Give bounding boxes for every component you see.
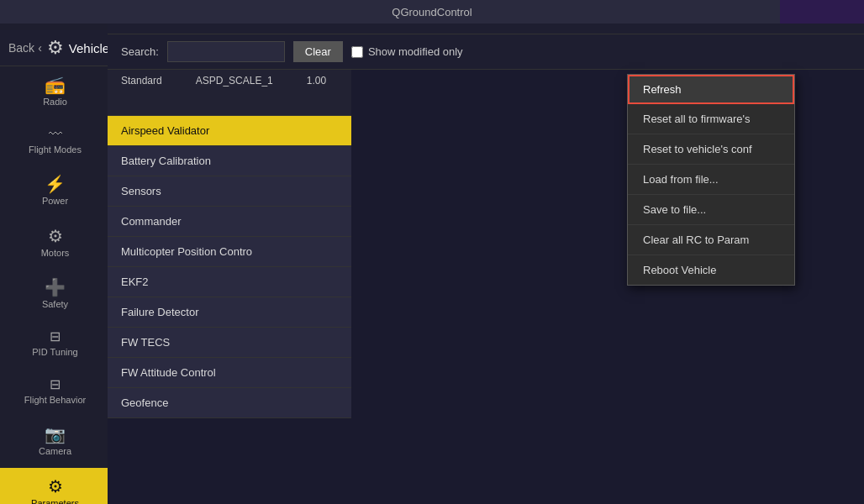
param-category-commander[interactable]: Commander xyxy=(108,207,351,237)
back-label: Back xyxy=(8,41,34,55)
col-standard: Standard xyxy=(121,75,162,110)
clear-button[interactable]: Clear xyxy=(293,41,343,62)
sidebar-item-camera[interactable]: 📷 Camera xyxy=(0,416,108,467)
sidebar-item-power[interactable]: ⚡ Power xyxy=(0,165,108,217)
sidebar-item-pid-tuning-label: PID Tuning xyxy=(32,347,77,358)
category-label: Commander xyxy=(121,215,182,228)
param-category-multicopter-position-control[interactable]: Multicopter Position Contro xyxy=(108,237,351,267)
power-icon: ⚡ xyxy=(45,176,66,192)
category-label: FW TECS xyxy=(121,336,170,349)
category-label: FW Attitude Control xyxy=(121,366,216,379)
param-list: Standard ASPD_SCALE_1 1.00 Scale of airs… xyxy=(108,70,351,504)
sidebar-item-safety[interactable]: ➕ Safety xyxy=(0,269,108,320)
category-label: Battery Calibration xyxy=(121,155,211,167)
back-button[interactable]: Back ‹ xyxy=(8,41,42,55)
sidebar-item-flight-behavior-label: Flight Behavior xyxy=(24,395,86,406)
param-category-fw-tecs[interactable]: FW TECS xyxy=(108,328,351,358)
param-category-sensors[interactable]: Sensors xyxy=(108,176,351,207)
sidebar-item-radio[interactable]: 📻 Radio xyxy=(0,66,108,118)
param-category-failure-detector[interactable]: Failure Detector xyxy=(108,297,351,328)
back-chevron: ‹ xyxy=(38,41,42,55)
context-menu-reboot[interactable]: Reboot Vehicle xyxy=(628,255,794,285)
param-category-geofence[interactable]: Geofence xyxy=(108,388,351,418)
parameters-icon: ⚙ xyxy=(48,478,63,495)
sidebar-item-parameters-label: Parameters xyxy=(31,498,79,505)
param-category-ekf2[interactable]: EKF2 xyxy=(108,267,351,297)
sidebar-item-pid-tuning[interactable]: ⊟ PID Tuning xyxy=(0,320,108,368)
pid-tuning-icon: ⊟ xyxy=(50,330,61,344)
radio-icon: 📻 xyxy=(45,76,66,93)
safety-icon: ➕ xyxy=(45,279,66,296)
category-label: Multicopter Position Contro xyxy=(121,245,252,258)
sidebar-item-parameters[interactable]: ⚙ Parameters xyxy=(0,468,108,505)
context-menu-save-file[interactable]: Save to file... xyxy=(628,195,794,225)
search-label: Search: xyxy=(121,45,159,58)
sidebar-item-camera-label: Camera xyxy=(39,446,71,457)
category-label: Geofence xyxy=(121,396,168,409)
context-menu-refresh[interactable]: Refresh xyxy=(628,75,794,104)
context-menu-reset-vehicle[interactable]: Reset to vehicle's conf xyxy=(628,134,794,165)
param-category-airspeed-validator[interactable]: Airspeed Validator xyxy=(108,116,351,146)
col-param-name: ASPD_SCALE_1 xyxy=(196,75,273,110)
sidebar-item-radio-label: Radio xyxy=(43,97,67,108)
gear-icon: ⚙ xyxy=(47,37,64,59)
param-category-fw-attitude-control[interactable]: FW Attitude Control xyxy=(108,358,351,388)
sidebar-item-flight-modes-label: Flight Modes xyxy=(29,144,82,155)
titlebar: QGroundControl – □ ✕ xyxy=(0,0,864,24)
col-value: 1.00 xyxy=(307,75,326,110)
toolbar: Search: Clear Show modified only xyxy=(108,34,864,70)
category-label: Airspeed Validator xyxy=(121,124,209,137)
camera-icon: 📷 xyxy=(45,426,66,443)
show-modified-label: Show modified only xyxy=(368,45,463,58)
param-table-header: Standard ASPD_SCALE_1 1.00 Scale of airs… xyxy=(108,70,351,116)
show-modified-wrapper: Show modified only xyxy=(351,45,463,58)
sidebar: Back ‹ ⚙ Vehicle Setup 📻 Radio 〰 Flight … xyxy=(0,24,108,504)
flight-behavior-icon: ⊟ xyxy=(50,378,61,391)
show-modified-checkbox[interactable] xyxy=(351,46,363,58)
app-title: QGroundControl xyxy=(392,6,472,18)
context-menu-load-file[interactable]: Load from file... xyxy=(628,165,794,195)
category-label: Sensors xyxy=(121,185,161,197)
category-label: EKF2 xyxy=(121,276,149,288)
sidebar-item-safety-label: Safety xyxy=(42,299,68,310)
motors-icon: ⚙ xyxy=(48,228,63,244)
context-menu-clear-rc[interactable]: Clear all RC to Param xyxy=(628,225,794,255)
context-menu: Refresh Reset all to firmware's Reset to… xyxy=(627,74,795,286)
sidebar-item-motors-label: Motors xyxy=(41,248,70,259)
sidebar-item-flight-modes[interactable]: 〰 Flight Modes xyxy=(0,118,108,165)
category-label: Failure Detector xyxy=(121,306,198,318)
flight-modes-icon: 〰 xyxy=(49,128,62,141)
sidebar-item-flight-behavior[interactable]: ⊟ Flight Behavior xyxy=(0,368,108,416)
sidebar-item-motors[interactable]: ⚙ Motors xyxy=(0,218,108,269)
context-menu-reset-firmware[interactable]: Reset all to firmware's xyxy=(628,104,794,134)
sidebar-item-power-label: Power xyxy=(42,196,68,207)
search-input[interactable] xyxy=(167,41,285,62)
param-category-battery-calibration[interactable]: Battery Calibration xyxy=(108,146,351,176)
